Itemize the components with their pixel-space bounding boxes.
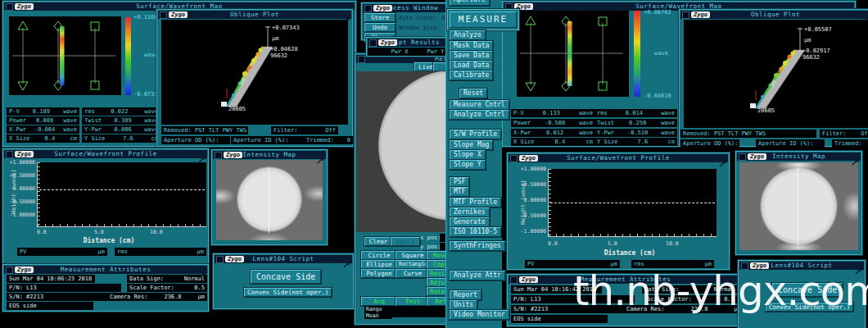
shape-circle-button[interactable]: Circle — [361, 251, 397, 260]
titlebar-script-results: Zygo Script Results — [368, 39, 454, 47]
close-icon[interactable] — [160, 11, 167, 19]
close-icon[interactable] — [739, 153, 746, 161]
aperture-id-field[interactable]: Aperture ID (%): — [231, 136, 305, 144]
wrench-icon[interactable] — [343, 256, 350, 263]
control-button[interactable]: Slope Mag — [450, 140, 493, 150]
stat-power: Power-0.508wave — [511, 119, 595, 127]
wrench-icon[interactable] — [317, 152, 324, 159]
range-value — [392, 306, 422, 317]
control-button[interactable]: Analyze — [450, 30, 486, 40]
zygo-logo: Zygo — [748, 153, 766, 160]
close-icon[interactable] — [215, 152, 222, 159]
control-button[interactable]: Calibrate — [450, 71, 493, 80]
aperture-button-partial[interactable]: Aperture — [450, 0, 490, 6]
control-button[interactable]: ISO 10110-5 — [450, 227, 501, 237]
profile-plot — [37, 162, 206, 227]
control-button[interactable]: Mask Data — [450, 41, 493, 51]
aperture-od-field[interactable]: Aperture OD (%): — [161, 136, 230, 144]
control-button[interactable]: Reset — [459, 89, 487, 98]
x-axis-label: Distance (cm) — [52, 237, 166, 244]
control-button[interactable]: Report — [450, 290, 481, 300]
note-field[interactable]: EOS side — [511, 315, 608, 323]
close-icon[interactable] — [6, 266, 13, 274]
control-button[interactable]: Slope X — [450, 150, 486, 160]
close-icon[interactable] — [510, 276, 518, 284]
mask-clear-button[interactable]: Clear — [364, 237, 392, 246]
intensity-image — [739, 162, 858, 250]
close-icon[interactable] — [364, 5, 372, 12]
part-number-field[interactable]: P/N: L13 — [7, 284, 121, 292]
shape-square-button[interactable]: Square — [396, 251, 430, 260]
close-icon[interactable] — [505, 3, 513, 11]
undo-button[interactable]: Undo — [364, 23, 396, 32]
control-button[interactable]: Video Monitor — [450, 310, 509, 320]
xtick: 5.0 — [608, 241, 617, 247]
wrench-icon[interactable] — [198, 266, 206, 274]
mode-acq-button[interactable]: Acq — [361, 297, 397, 306]
profile-pv-field: PVµm — [17, 248, 107, 256]
shape-polygon-button[interactable]: Polygon — [361, 269, 397, 278]
control-button[interactable]: MTF — [450, 187, 469, 197]
window-size-setting[interactable]: Window Size:64 — [399, 25, 452, 32]
auto-store-setting[interactable]: Auto Store:Off — [399, 15, 452, 22]
titlebar-intensity-right: Zygo Intensity Map — [737, 153, 861, 161]
close-icon[interactable] — [216, 256, 224, 263]
close-icon[interactable] — [6, 151, 13, 158]
wrench-icon[interactable] — [719, 155, 726, 162]
control-button[interactable]: Measure Cntrl — [450, 100, 509, 110]
close-icon[interactable] — [510, 155, 518, 162]
control-button[interactable]: MTF Profile — [450, 198, 501, 207]
control-button[interactable]: S/W Profile — [450, 130, 501, 139]
concave-side-button[interactable]: Concave Side — [251, 270, 321, 284]
aperture-od-field[interactable]: Aperture OD (%): — [680, 139, 739, 148]
wrench-icon[interactable] — [342, 11, 350, 19]
control-button[interactable]: Load Data — [450, 61, 493, 71]
control-button[interactable]: PSF — [450, 177, 469, 187]
store-button[interactable]: Store — [364, 13, 396, 22]
control-button[interactable]: Units — [450, 300, 477, 310]
colorbar — [634, 11, 640, 97]
fiducial-markers — [517, 11, 629, 97]
profile-rms-field: rmsµm — [115, 248, 206, 256]
camera-view — [356, 71, 454, 232]
aperture-id-field[interactable]: Aperture ID (%): — [756, 139, 825, 148]
window-profile-left: Zygo Surface/Wavefront Profile +1.00000 … — [2, 148, 210, 266]
scale-factor-field[interactable]: Scale Factor:0.5 — [127, 284, 207, 292]
stat-xsize: X Size0.4cm — [7, 134, 79, 143]
titlebar-profile-right: Zygo Surface/Wavefront Profile — [509, 154, 728, 162]
close-icon[interactable] — [682, 11, 689, 19]
zygo-logo: Zygo — [519, 155, 538, 162]
wrench-icon[interactable] — [861, 11, 868, 19]
control-button[interactable]: SynthFringes — [450, 241, 505, 251]
close-icon[interactable] — [369, 39, 377, 47]
stat-rms: rms0.022wave — [82, 107, 160, 116]
zero-line — [550, 203, 715, 203]
measure-button[interactable]: MEASURE — [450, 11, 517, 28]
mask-apply-button[interactable]: Apply — [391, 237, 420, 246]
shape-ellipse-button[interactable]: Ellipse — [361, 260, 397, 269]
close-icon[interactable] — [6, 3, 13, 11]
control-button[interactable]: Analyze Attr — [450, 271, 505, 280]
window-oblique-left: Zygo Oblique Plot +0.07343 µ — [156, 8, 354, 148]
control-button[interactable]: Generate — [450, 217, 490, 227]
control-button[interactable]: Analyze Cntrl — [450, 110, 509, 120]
shape-rectangle-button[interactable]: Rectangle — [396, 260, 430, 269]
lens-seam-line — [798, 167, 798, 245]
filter-field: Filter:Off — [820, 130, 868, 138]
control-button[interactable]: Slope Y — [450, 160, 486, 170]
close-icon[interactable] — [358, 56, 365, 63]
stat-ypwr: Y-Pwr0.006wave — [82, 125, 160, 134]
mode-test-button[interactable]: Test — [396, 297, 430, 306]
control-button[interactable]: Zernikes — [450, 207, 490, 217]
control-button[interactable]: Save Data — [450, 51, 493, 61]
wrench-icon[interactable] — [198, 151, 206, 158]
convex-side-button[interactable]: Convex Side(not oper.) — [244, 288, 332, 297]
wrench-icon[interactable] — [852, 153, 859, 161]
zygo-logo: Zygo — [15, 266, 34, 273]
z-unit-label: µm — [804, 37, 811, 43]
note-field[interactable]: EOS side — [7, 302, 93, 310]
serial-number-field[interactable]: S/N: #2213 — [7, 293, 110, 301]
zygo-logo: Zygo — [225, 256, 244, 262]
data-sign-field[interactable]: Data Sign:Normal — [127, 275, 207, 283]
shape-curve-button[interactable]: Curve — [396, 269, 430, 278]
